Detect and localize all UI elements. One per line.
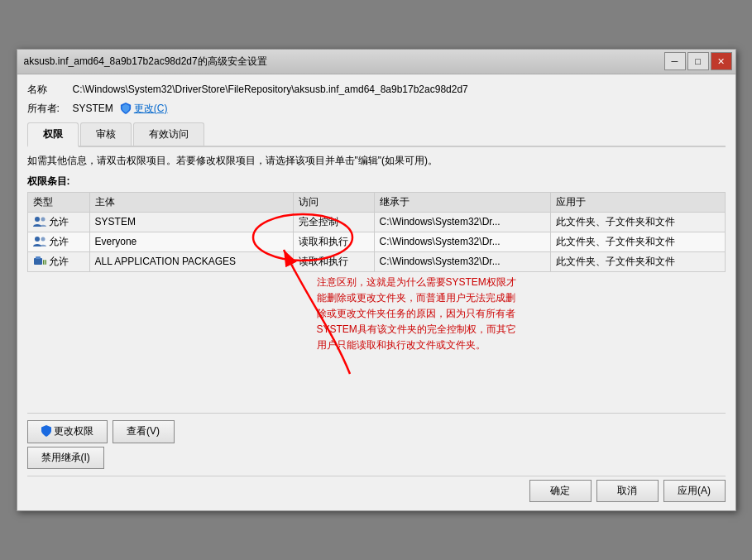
window-content: 名称 C:\Windows\System32\DriverStore\FileR… <box>17 74 735 510</box>
user-icon-1 <box>33 216 46 227</box>
tab-effective[interactable]: 有效访问 <box>133 122 204 146</box>
row3-inherited: C:\Windows\System32\Dr... <box>374 251 550 271</box>
row1-inherited: C:\Windows\System32\Dr... <box>374 212 550 232</box>
apply-button[interactable]: 应用(A) <box>663 480 726 502</box>
row1-type-text: 允许 <box>49 215 69 229</box>
user-icon-2 <box>33 236 46 247</box>
row2-type-text: 允许 <box>49 235 69 249</box>
window-title: aksusb.inf_amd64_8a9b17b2ac98d2d7的高级安全设置 <box>24 55 267 69</box>
shield-icon <box>120 103 132 114</box>
svg-point-2 <box>35 237 40 242</box>
bottom-row-2: 禁用继承(I) <box>27 447 726 476</box>
col-type: 类型 <box>27 192 89 212</box>
title-bar: aksusb.inf_amd64_8a9b17b2ac98d2d7的高级安全设置… <box>17 50 735 74</box>
table-row[interactable]: 允许 SYSTEM 完全控制 C:\Windows\System32\Dr...… <box>27 212 725 232</box>
row1-applies: 此文件夹、子文件夹和文件 <box>550 212 725 232</box>
ok-button[interactable]: 确定 <box>529 480 592 502</box>
svg-rect-5 <box>36 256 41 259</box>
name-label: 名称 <box>27 83 73 97</box>
change-permissions-button[interactable]: 更改权限 <box>27 420 108 444</box>
restore-button[interactable]: □ <box>687 52 709 70</box>
name-value: C:\Windows\System32\DriverStore\FileRepo… <box>73 84 468 95</box>
cancel-button[interactable]: 取消 <box>596 480 659 502</box>
annotation-text: 注意区别，这就是为什么需要SYSTEM权限才能删除或更改文件夹，而普通用户无法完… <box>317 275 524 354</box>
row2-access: 读取和执行 <box>293 232 374 251</box>
table-row[interactable]: 允许 Everyone 读取和执行 C:\Windows\System32\Dr… <box>27 232 725 251</box>
close-button[interactable]: ✕ <box>711 52 732 70</box>
row3-principal: ALL APPLICATION PACKAGES <box>89 251 293 271</box>
section-title: 权限条目: <box>27 175 726 189</box>
permissions-table: 类型 主体 访问 继承于 应用于 <box>27 192 726 272</box>
shield-icon-btn: 更改权限 <box>41 424 93 438</box>
svg-rect-4 <box>34 258 42 265</box>
row1-access: 完全控制 <box>293 212 374 232</box>
owner-label: 所有者: <box>27 102 73 116</box>
owner-row: 所有者: SYSTEM 更改(C) <box>27 102 726 116</box>
svg-point-3 <box>41 237 45 242</box>
row1-type: 允许 <box>27 212 89 232</box>
shield-icon-small <box>41 425 51 437</box>
col-access: 访问 <box>293 192 374 212</box>
row3-type-text: 允许 <box>49 255 69 269</box>
bottom-buttons: 更改权限 查看(V) <box>27 413 726 448</box>
main-window: aksusb.inf_amd64_8a9b17b2ac98d2d7的高级安全设置… <box>17 49 736 511</box>
svg-point-1 <box>41 218 45 222</box>
col-principal: 主体 <box>89 192 293 212</box>
col-inherited: 继承于 <box>374 192 550 212</box>
row2-inherited: C:\Windows\System32\Dr... <box>374 232 550 251</box>
change-link[interactable]: 更改(C) <box>120 102 168 116</box>
info-text: 如需其他信息，请双击权限项目。若要修改权限项目，请选择该项目并单击"编辑"(如果… <box>27 154 726 168</box>
row3-access: 读取和执行 <box>293 251 374 271</box>
title-bar-buttons: ─ □ ✕ <box>664 52 732 70</box>
row1-principal: SYSTEM <box>89 212 293 232</box>
name-row: 名称 C:\Windows\System32\DriverStore\FileR… <box>27 83 726 97</box>
tabs: 权限 审核 有效访问 <box>27 122 726 147</box>
row2-applies: 此文件夹、子文件夹和文件 <box>550 232 725 251</box>
view-button[interactable]: 查看(V) <box>113 420 175 444</box>
tab-permissions[interactable]: 权限 <box>27 122 79 147</box>
row3-type: 允许 <box>27 251 89 271</box>
disable-inheritance-button[interactable]: 禁用继承(I) <box>27 447 104 469</box>
svg-point-0 <box>35 217 40 222</box>
row3-applies: 此文件夹、子文件夹和文件 <box>550 251 725 271</box>
ok-cancel-row: 确定 取消 应用(A) <box>27 476 726 502</box>
col-applies: 应用于 <box>550 192 725 212</box>
table-row[interactable]: 允许 ALL APPLICATION PACKAGES 读取和执行 C:\Win… <box>27 251 725 271</box>
table-container: 类型 主体 访问 继承于 应用于 <box>27 192 726 404</box>
change-label: 更改(C) <box>134 102 168 116</box>
minimize-button[interactable]: ─ <box>664 52 686 70</box>
owner-name: SYSTEM <box>73 103 113 114</box>
user-package-icon <box>33 256 46 267</box>
bottom-left-buttons: 更改权限 查看(V) <box>27 420 175 444</box>
row2-type: 允许 <box>27 232 89 251</box>
row2-principal: Everyone <box>89 232 293 251</box>
tab-audit[interactable]: 审核 <box>80 122 132 146</box>
